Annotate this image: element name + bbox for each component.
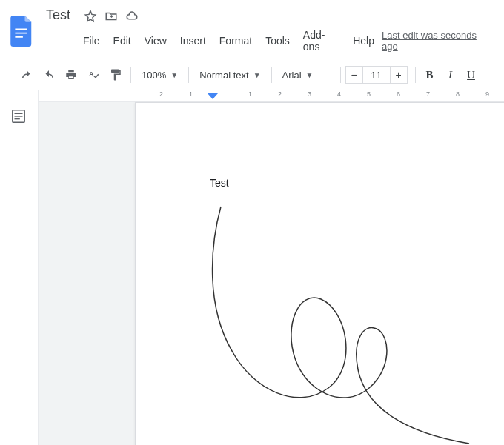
menu-edit[interactable]: Edit: [107, 32, 137, 50]
chevron-down-icon: ▼: [253, 71, 261, 79]
ruler-tick: 3: [283, 90, 313, 98]
chevron-down-icon: ▼: [170, 71, 178, 79]
menu-file[interactable]: File: [77, 32, 106, 50]
separator: [188, 67, 189, 83]
menu-help[interactable]: Help: [347, 32, 380, 50]
print-button[interactable]: [61, 64, 82, 85]
toolbar: A 100% ▼ Normal text ▼ Arial ▼ − + B I U: [9, 60, 495, 90]
style-dropdown[interactable]: Normal text ▼: [193, 67, 266, 84]
undo-button[interactable]: [16, 64, 37, 85]
menu-tools[interactable]: Tools: [259, 32, 296, 50]
separator: [415, 67, 416, 83]
ruler-tick: 1: [165, 90, 194, 98]
ruler-tick: 6: [372, 90, 402, 98]
italic-button[interactable]: I: [441, 65, 460, 84]
chevron-down-icon: ▼: [306, 71, 314, 79]
ruler-tick: 2: [253, 90, 283, 98]
spellcheck-button[interactable]: A: [83, 64, 104, 85]
drawing-scribble[interactable]: [210, 203, 504, 445]
menu-view[interactable]: View: [139, 32, 173, 50]
outline-icon[interactable]: [10, 108, 28, 126]
underline-button[interactable]: U: [462, 65, 481, 84]
separator: [271, 67, 272, 83]
redo-button[interactable]: [39, 64, 59, 85]
ruler-tick: 9: [461, 90, 491, 98]
star-icon[interactable]: [84, 10, 97, 23]
document-page[interactable]: Test: [135, 102, 504, 445]
ruler-tick: 7: [402, 90, 431, 98]
separator: [340, 67, 341, 83]
svg-rect-2: [15, 36, 23, 38]
ruler-tick: 5: [342, 90, 372, 98]
svg-text:A: A: [89, 70, 94, 78]
zoom-dropdown[interactable]: 100% ▼: [136, 67, 184, 84]
style-value: Normal text: [199, 70, 248, 81]
zoom-value: 100%: [142, 70, 166, 81]
cloud-status-icon[interactable]: [125, 10, 139, 23]
ruler-tick: 1: [224, 90, 253, 98]
menu-format[interactable]: Format: [213, 32, 258, 50]
horizontal-ruler[interactable]: 2 1 1 2 3 4 5 6 7 8 9: [39, 90, 504, 102]
docs-logo-icon[interactable]: [9, 13, 36, 49]
font-size-decrement[interactable]: −: [345, 66, 363, 84]
document-text[interactable]: Test: [210, 177, 468, 189]
svg-rect-1: [15, 32, 27, 33]
move-folder-icon[interactable]: [105, 10, 118, 23]
ruler-tick: 4: [313, 90, 342, 98]
bold-button[interactable]: B: [420, 65, 440, 84]
menu-addons[interactable]: Add-ons: [297, 26, 345, 56]
menu-insert[interactable]: Insert: [174, 32, 212, 50]
document-title[interactable]: Test: [42, 6, 75, 24]
last-edit-link[interactable]: Last edit was seconds ago: [382, 30, 495, 52]
sidebar: [0, 90, 39, 445]
canvas-area[interactable]: 2 1 1 2 3 4 5 6 7 8 9 Test: [39, 90, 504, 445]
ruler-tick: 2: [135, 90, 165, 98]
paint-format-button[interactable]: [105, 64, 126, 85]
separator: [130, 67, 131, 83]
ruler-tick: 8: [431, 90, 461, 98]
svg-rect-0: [15, 28, 27, 30]
font-value: Arial: [282, 70, 302, 81]
font-size-input[interactable]: [363, 66, 390, 84]
font-size-increment[interactable]: +: [390, 66, 408, 84]
font-dropdown[interactable]: Arial ▼: [276, 67, 336, 84]
